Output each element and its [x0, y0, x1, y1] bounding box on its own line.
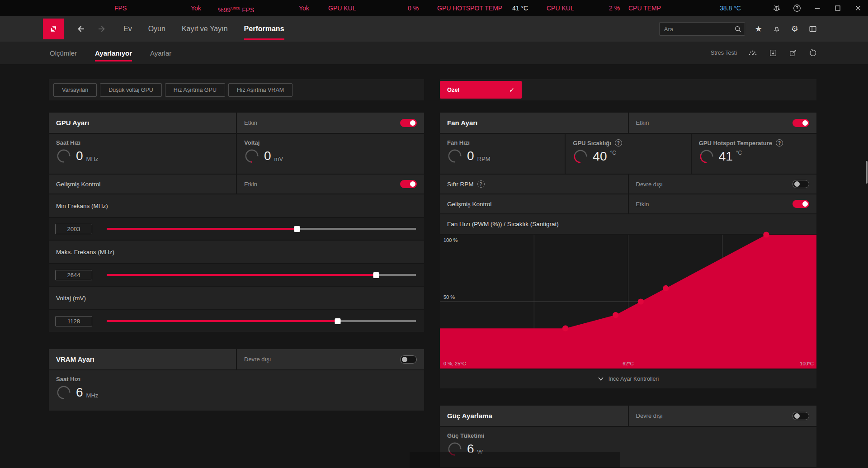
- stress-test-label: Stres Testi: [711, 50, 737, 56]
- metric-cpu-temp-value: 38.8 °C: [720, 0, 741, 16]
- fan-card-header: Fan Ayarı Etkin: [440, 113, 816, 133]
- max-frequency-input[interactable]: [55, 270, 92, 280]
- slider-thumb[interactable]: [373, 272, 379, 278]
- max-frequency-slider[interactable]: [107, 272, 416, 278]
- fan-enabled-toggle[interactable]: [793, 119, 809, 127]
- metric-gpu-util-label: GPU KUL: [328, 0, 356, 16]
- amd-arrow-icon: [47, 23, 60, 35]
- fine-tuning-expander[interactable]: İnce Ayar Kontrolleri: [440, 369, 816, 388]
- slider-track[interactable]: [107, 228, 416, 230]
- vram-enabled-toggle[interactable]: [400, 355, 417, 364]
- vram-status-text: Devre dışı: [244, 356, 271, 363]
- search-input[interactable]: [660, 26, 757, 33]
- slider-thumb[interactable]: [335, 318, 340, 324]
- forward-button[interactable]: [97, 24, 107, 34]
- minimize-button[interactable]: [807, 0, 827, 16]
- fan-curve-point[interactable]: [763, 232, 769, 237]
- expander-label: İnce Ayar Kontrolleri: [609, 376, 659, 382]
- tab-performance[interactable]: Performans: [244, 22, 284, 36]
- subtab-tuning[interactable]: Ayarlanıyor: [95, 47, 132, 59]
- fan-curve-point[interactable]: [613, 312, 618, 318]
- amd-logo[interactable]: [43, 19, 64, 39]
- fan-curve-svg: [440, 235, 816, 369]
- preset-overclock-gpu-button[interactable]: Hız Aşırtma GPU: [165, 83, 225, 97]
- x-tick-min: 0 %, 25°C: [443, 361, 466, 366]
- vram-card-header: VRAM Ayarı Devre dışı: [49, 349, 424, 369]
- metric-cpu-temp-label: CPU TEMP: [628, 0, 661, 16]
- zero-rpm-status: Devre dışı: [636, 181, 663, 188]
- overlay-panel-icon[interactable]: [808, 24, 817, 33]
- fan-curve-point[interactable]: [663, 285, 669, 291]
- search-box[interactable]: [659, 22, 745, 36]
- voltage-slider[interactable]: [107, 318, 416, 324]
- gauge-icon: [573, 149, 588, 164]
- voltage-input[interactable]: [55, 316, 92, 326]
- slider-track[interactable]: [107, 320, 416, 322]
- fan-speed-value: 0: [467, 150, 474, 162]
- subtab-metrics[interactable]: Ölçümler: [50, 47, 77, 59]
- background-artifact: [410, 452, 620, 468]
- right-column: Özel ✓ Fan Ayarı Etkin Fan Hızı: [440, 79, 816, 468]
- search-icon: [734, 25, 741, 33]
- power-card-title: Güç Ayarlama: [447, 412, 492, 420]
- help-icon[interactable]: ?: [477, 180, 485, 188]
- min-frequency-slider[interactable]: [107, 226, 416, 232]
- metric-cpu-util-label: CPU KUL: [547, 0, 574, 16]
- gpu-temp-label: GPU Sıcaklığı: [573, 140, 611, 147]
- preset-undervolt-gpu-button[interactable]: Düşük voltaj GPU: [100, 83, 162, 97]
- gpu-temp-stat: GPU Sıcaklığı ? 40 °C: [566, 134, 690, 174]
- help-icon[interactable]: ?: [615, 139, 622, 147]
- back-button[interactable]: [75, 24, 85, 34]
- settings-gear-icon[interactable]: ⚙: [791, 24, 798, 34]
- y-tick-100: 100 %: [443, 237, 458, 243]
- power-enabled-toggle[interactable]: [793, 412, 809, 420]
- reset-defaults-icon[interactable]: [808, 48, 817, 57]
- gpu-advanced-toggle[interactable]: [400, 180, 417, 188]
- gpu-clock-value: 0: [76, 150, 83, 162]
- performance-subnav: Ölçümler Ayarlanıyor Ayarlar Stres Testi: [0, 42, 868, 64]
- help-icon[interactable]: ?: [776, 139, 783, 147]
- gpu-enabled-toggle[interactable]: [400, 119, 417, 127]
- voltage-slider-row: [49, 310, 424, 332]
- vram-clock-unit: MHz: [86, 392, 99, 400]
- notifications-bell-icon[interactable]: [772, 24, 781, 33]
- bell-icon: [772, 24, 781, 33]
- tab-gaming[interactable]: Oyun: [148, 22, 165, 36]
- gpu-card-header: GPU Ayarı Etkin: [49, 113, 424, 133]
- panel-icon: [808, 24, 817, 33]
- zero-rpm-label: Sıfır RPM: [447, 181, 474, 188]
- scrollbar-thumb[interactable]: [866, 161, 868, 184]
- bug-icon: [772, 4, 781, 13]
- slider-thumb[interactable]: [294, 226, 300, 232]
- gpu-advanced-status: Etkin: [244, 181, 257, 188]
- subnav-actions: Stres Testi: [711, 48, 817, 58]
- fan-advanced-toggle[interactable]: [793, 200, 809, 208]
- gpu-voltage-value: 0: [264, 150, 271, 162]
- slider-track[interactable]: [107, 274, 416, 276]
- maximize-button[interactable]: [827, 0, 848, 16]
- min-frequency-label: Min Frekans (MHz): [56, 203, 108, 209]
- preset-overclock-vram-button[interactable]: Hız Aşırtma VRAM: [228, 83, 292, 97]
- subtab-settings[interactable]: Ayarlar: [150, 47, 171, 59]
- bug-report-button[interactable]: [766, 0, 787, 16]
- zero-rpm-toggle[interactable]: [793, 180, 809, 188]
- metric-gpu-hotspot-value: 41 °C: [512, 0, 528, 16]
- close-button[interactable]: [848, 0, 868, 16]
- preset-default-button[interactable]: Varsayılan: [53, 83, 97, 97]
- tab-record-stream[interactable]: Kayıt ve Yayın: [182, 22, 228, 36]
- navbar-actions: ★ ⚙: [659, 22, 817, 36]
- stress-test-icon[interactable]: [748, 48, 758, 58]
- gpu-voltage-unit: mV: [274, 156, 283, 164]
- voltage-label: Voltaj (mV): [56, 295, 86, 302]
- fan-curve-point[interactable]: [562, 326, 568, 331]
- fan-speed-stat: Fan Hızı 0 RPM: [440, 134, 565, 174]
- min-frequency-input[interactable]: [55, 224, 92, 234]
- fan-curve-point[interactable]: [638, 298, 644, 304]
- export-profile-icon[interactable]: [788, 48, 797, 57]
- power-card-header: Güç Ayarlama Devre dışı: [440, 406, 816, 426]
- help-button[interactable]: [787, 0, 807, 16]
- fan-curve-chart[interactable]: 100 % 50 % 0 %, 25°C 62°C 100°C: [440, 235, 816, 369]
- preset-custom-button[interactable]: Özel ✓: [440, 81, 522, 99]
- import-profile-icon[interactable]: [769, 48, 778, 57]
- tab-home[interactable]: Ev: [123, 22, 132, 36]
